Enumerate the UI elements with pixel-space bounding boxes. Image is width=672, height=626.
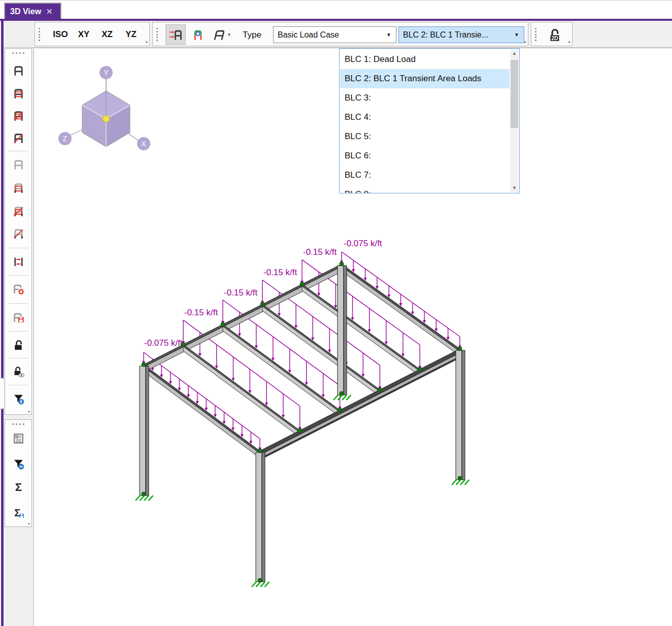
load-label: -0.15 k/ft [303,247,337,257]
load-label: -0.075 k/ft [344,239,382,248]
group-grip[interactable] [156,28,158,41]
select-members-icon[interactable] [8,60,28,80]
view-toolbar: ▾ ISOXYXZYZ Type Basic Load Case ▼ BLC 2… [4,21,672,48]
remove-filter-icon[interactable] [8,453,28,474]
detail-report-icon[interactable] [8,428,28,448]
group-options-caret[interactable]: ▾ [524,40,526,45]
group-expand-arrow[interactable]: ▸ [28,409,30,414]
lock-2d-button[interactable]: 2D [544,24,566,45]
line-select-icon[interactable] [8,127,28,148]
selection-criteria-icon[interactable] [8,279,28,299]
divider [8,385,28,385]
tab-strip: 3D View ✕ [0,1,672,19]
chevron-down-icon[interactable]: ▼ [514,27,519,43]
view-button-iso[interactable]: ISO [50,26,71,43]
chevron-down-icon[interactable]: ▼ [386,27,391,43]
display-loads-icon[interactable] [189,25,207,44]
unlock-show-icon[interactable] [8,361,28,381]
selection-tools-group: ▸ [5,48,32,415]
load-type-combobox[interactable]: Basic Load Case ▼ [273,26,396,43]
save-summary-icon[interactable]: Σ [8,502,28,522]
save-selection-icon[interactable] [8,307,28,327]
scrollbar-thumb[interactable] [511,60,518,128]
lock-2d-group: 2D ▾ [531,22,573,46]
dropdown-item[interactable]: BLC 1: Dead Load [340,50,510,69]
close-icon[interactable]: ✕ [46,7,53,16]
scroll-down-icon[interactable]: ▼ [510,184,519,192]
svg-text:Σ: Σ [15,480,22,493]
view-button-yz[interactable]: YZ [122,26,140,43]
group-options-caret[interactable]: ▾ [568,40,570,45]
group-grip[interactable] [12,423,24,425]
polygon-select-icon[interactable] [8,105,28,125]
view-buttons-group: ▾ ISOXYXZYZ [35,22,150,46]
dropdown-item[interactable]: BLC 3: [340,88,510,108]
line-unselect-icon[interactable] [8,223,28,243]
selection-toolbar: ▸ ▸ ΣΣ [4,48,33,626]
group-grip[interactable] [12,52,24,54]
tab-title: 3D View [10,7,41,16]
axis-z-label: Z [63,135,68,143]
dropdown-item[interactable]: BLC 7: [340,166,510,185]
filter-display-icon[interactable] [8,388,28,409]
load-label: -0.15 k/ft [184,308,218,317]
polygon-unselect-icon[interactable] [8,201,28,221]
load-label: -0.075 k/ft [144,338,183,348]
divider [8,358,28,358]
view-button-xy[interactable]: XY [75,26,92,43]
results-tools-group: ▸ ΣΣ [5,419,32,527]
blc-dropdown-list: ▲ ▼ BLC 1: Dead LoadBLC 2: BLC 1 Transie… [339,48,520,193]
lock-unselected-icon[interactable] [8,335,28,355]
group-grip[interactable] [39,28,40,41]
svg-text:Σ: Σ [14,507,20,518]
loads-group: Type Basic Load Case ▼ BLC 2: BLC 1 Tran… [152,22,528,46]
group-grip[interactable] [535,28,536,41]
load-label: -0.15 k/ft [224,288,257,298]
blc-combobox[interactable]: BLC 2: BLC 1 Transie... ▼ [398,26,524,43]
type-label: Type [243,27,261,43]
loads-options-icon[interactable]: ▾ [209,25,233,44]
box-unselect-icon[interactable] [8,177,28,197]
dropdown-item[interactable]: BLC 8: [340,185,510,193]
load-label: -0.15 k/ft [263,268,297,277]
tab-3d-view[interactable]: 3D View ✕ [4,3,61,19]
dropdown-item[interactable]: BLC 2: BLC 1 Transient Area Loads [340,69,510,88]
sum-forces-icon[interactable]: Σ [8,476,28,497]
svg-text:2D: 2D [551,35,558,41]
divider [8,331,28,332]
view-button-xz[interactable]: XZ [98,26,116,43]
group-expand-arrow[interactable]: ▸ [28,521,30,526]
box-select-icon[interactable] [8,83,28,103]
invert-selection-icon[interactable] [8,251,28,272]
unselect-members-icon[interactable] [8,154,28,174]
dropdown-item[interactable]: BLC 4: [340,108,510,127]
divider [8,248,28,248]
scrollbar[interactable]: ▲ ▼ [510,49,519,192]
group-options-caret[interactable]: ▾ [145,40,148,45]
apply-loads-icon[interactable] [165,24,186,45]
divider [8,303,28,304]
axis-y-label: Y [104,69,109,77]
scroll-up-icon[interactable]: ▲ [510,49,519,58]
divider [8,275,28,276]
dropdown-item[interactable]: BLC 5: [340,127,510,146]
dropdown-item[interactable]: BLC 6: [340,146,510,166]
divider [8,151,28,151]
axis-x-label: X [141,140,146,148]
